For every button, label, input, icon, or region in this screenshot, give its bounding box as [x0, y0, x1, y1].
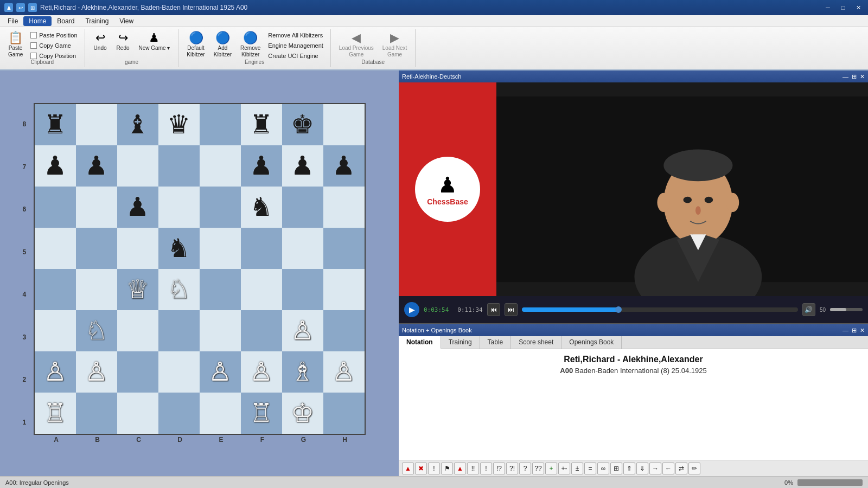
cell-f1[interactable]: ♖ — [241, 393, 282, 434]
menu-training[interactable]: Training — [80, 16, 114, 26]
cell-d4[interactable]: ♘ — [158, 269, 200, 310]
piece-f2[interactable]: ♙ — [250, 359, 273, 385]
video-expand-icon[interactable]: ⊞ — [852, 73, 857, 80]
cell-g5[interactable] — [282, 228, 323, 269]
cell-b1[interactable] — [76, 393, 117, 434]
cell-g1[interactable]: ♔ — [282, 393, 323, 434]
piece-b3[interactable]: ♘ — [85, 318, 108, 344]
piece-a1[interactable]: ♖ — [43, 400, 67, 426]
cell-h3[interactable] — [323, 310, 365, 351]
cell-g6[interactable] — [282, 187, 323, 228]
piece-g1[interactable]: ♔ — [291, 400, 314, 426]
cell-c2[interactable] — [117, 351, 158, 393]
cell-d1[interactable] — [158, 393, 200, 434]
cell-e8[interactable] — [200, 104, 241, 145]
cell-d2[interactable] — [158, 351, 200, 393]
video-minimize-icon[interactable]: — — [843, 73, 848, 80]
down-button[interactable]: ⇓ — [636, 463, 648, 474]
double-good-button[interactable]: !! — [467, 463, 479, 474]
cell-f6[interactable]: ♞ — [241, 187, 282, 228]
cell-e5[interactable] — [200, 228, 241, 269]
cell-c6[interactable]: ♟ — [117, 187, 158, 228]
cell-d8[interactable]: ♛ — [158, 104, 200, 145]
cell-e6[interactable] — [200, 187, 241, 228]
create-engine-button[interactable]: Create UCI Engine — [265, 51, 326, 61]
piece-g8[interactable]: ♚ — [291, 112, 314, 138]
cell-c3[interactable] — [117, 310, 158, 351]
piece-d4[interactable]: ♘ — [167, 277, 190, 303]
cell-b8[interactable] — [76, 104, 117, 145]
engine-management-button[interactable]: Engine Management — [265, 41, 326, 50]
right-arrow-button[interactable]: → — [649, 463, 661, 474]
cell-h1[interactable] — [323, 393, 365, 434]
load-next-button[interactable]: ▶ Load NextGame — [379, 30, 411, 60]
piece-a2[interactable]: ♙ — [43, 359, 67, 385]
tab-notation[interactable]: Notation — [399, 336, 441, 349]
swap-button[interactable]: ⇄ — [675, 463, 687, 474]
menu-board[interactable]: Board — [52, 16, 80, 26]
cell-b6[interactable] — [76, 187, 117, 228]
undo-button[interactable]: ↩ Undo — [90, 30, 111, 53]
piece-g7[interactable]: ♟ — [291, 153, 314, 179]
edit-button[interactable]: ✏ — [688, 463, 700, 474]
cell-e7[interactable] — [200, 145, 241, 187]
piece-c8[interactable]: ♝ — [126, 112, 149, 138]
cell-b5[interactable] — [76, 228, 117, 269]
cell-h4[interactable] — [323, 269, 365, 310]
blunder2-button[interactable]: ?? — [532, 463, 544, 474]
good-button[interactable]: ! — [428, 463, 440, 474]
rewind-button[interactable]: ⏮ — [487, 303, 500, 316]
cell-b4[interactable] — [76, 269, 117, 310]
minimize-button[interactable]: ─ — [822, 4, 833, 11]
new-game-button[interactable]: ♟ New Game ▾ — [135, 30, 174, 53]
piece-d8[interactable]: ♛ — [167, 112, 190, 138]
dubious-button[interactable]: ?! — [506, 463, 518, 474]
copy-game-button[interactable]: Copy Game — [28, 41, 80, 50]
volume-button[interactable]: 🔊 — [802, 303, 815, 316]
bad-button[interactable]: ▲ — [454, 463, 466, 474]
mistake-button[interactable]: ? — [519, 463, 531, 474]
cell-f8[interactable]: ♜ — [241, 104, 282, 145]
volume-bar[interactable] — [830, 308, 863, 311]
cell-a4[interactable] — [35, 269, 76, 310]
remove-kibitzer-button[interactable]: 🔵 RemoveKibitzer — [237, 30, 264, 60]
unclear-button[interactable]: ∞ — [597, 463, 609, 474]
piece-h2[interactable]: ♙ — [332, 359, 355, 385]
menu-home[interactable]: Home — [23, 16, 52, 26]
cell-a1[interactable]: ♖ — [35, 393, 76, 434]
cell-h2[interactable]: ♙ — [323, 351, 365, 393]
piece-c6[interactable]: ♟ — [126, 194, 149, 220]
piece-f1[interactable]: ♖ — [250, 400, 273, 426]
cell-a5[interactable] — [35, 228, 76, 269]
cell-b2[interactable]: ♙ — [76, 351, 117, 393]
cell-d6[interactable] — [158, 187, 200, 228]
redo-button[interactable]: ↪ Redo — [112, 30, 134, 53]
paste-game-button[interactable]: 📋 PasteGame — [4, 30, 27, 60]
piece-f7[interactable]: ♟ — [250, 153, 273, 179]
cell-f3[interactable] — [241, 310, 282, 351]
piece-f6[interactable]: ♞ — [250, 194, 273, 220]
flag-button[interactable]: ⚑ — [441, 463, 453, 474]
interesting-button[interactable]: !? — [493, 463, 505, 474]
left-arrow-button[interactable]: ← — [662, 463, 674, 474]
cell-g4[interactable] — [282, 269, 323, 310]
plus-button[interactable]: + — [545, 463, 557, 474]
cell-d7[interactable] — [158, 145, 200, 187]
cell-e1[interactable] — [200, 393, 241, 434]
piece-b7[interactable]: ♟ — [85, 153, 108, 179]
cell-a7[interactable]: ♟ — [35, 145, 76, 187]
cell-h5[interactable] — [323, 228, 365, 269]
cell-c8[interactable]: ♝ — [117, 104, 158, 145]
menu-file[interactable]: File — [2, 16, 23, 26]
cell-b7[interactable]: ♟ — [76, 145, 117, 187]
video-close-icon[interactable]: ✕ — [860, 73, 865, 80]
default-kibitzer-button[interactable]: 🔵 DefaultKibitzer — [183, 30, 208, 60]
menu-view[interactable]: View — [114, 16, 139, 26]
add-kibitzer-button[interactable]: 🔵 AddKibitzer — [210, 30, 235, 60]
winning-button[interactable]: +- — [558, 463, 570, 474]
notation-expand-icon[interactable]: ⊞ — [852, 327, 857, 334]
cell-a6[interactable] — [35, 187, 76, 228]
good-move2-button[interactable]: ! — [480, 463, 492, 474]
cell-g3[interactable]: ♙ — [282, 310, 323, 351]
play-button[interactable]: ▶ — [404, 302, 419, 317]
